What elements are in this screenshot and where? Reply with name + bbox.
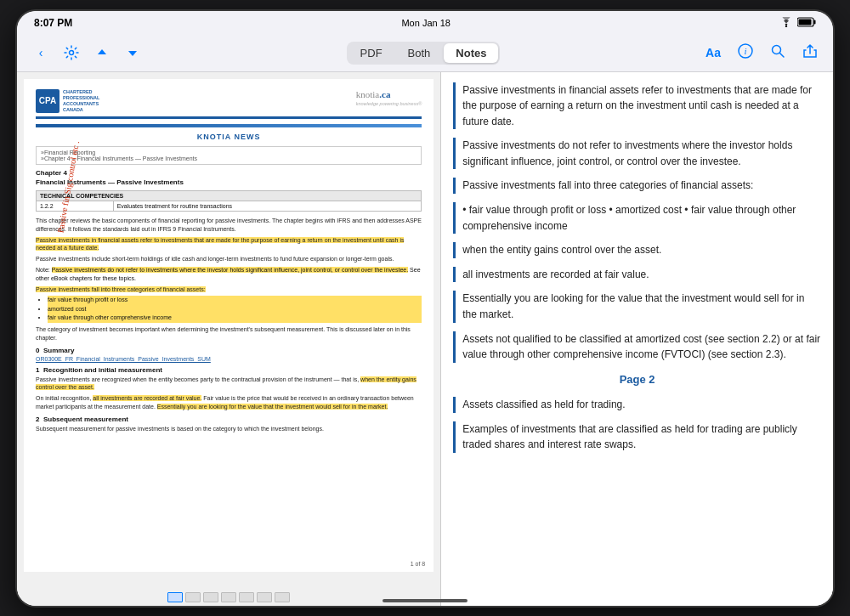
thumb-3[interactable] <box>203 592 218 602</box>
pdf-title: KNOTIA NEWS <box>36 133 422 141</box>
svg-point-4 <box>70 51 74 55</box>
svg-rect-3 <box>799 19 812 25</box>
bullet-1: fair value through profit or loss <box>48 296 422 305</box>
info-button[interactable]: i <box>734 40 756 65</box>
status-icons <box>779 17 816 29</box>
bullet-2: amortized cost <box>48 305 422 314</box>
thumb-7[interactable] <box>275 592 290 602</box>
note-entry-1: Passive investments do not refer to inve… <box>453 138 821 169</box>
pdf-bullets: fair value through profit or loss amorti… <box>48 296 422 323</box>
note-entry-p2-1: Examples of investments that are classif… <box>453 421 821 453</box>
recog-body-2: On initial recognition, all investments … <box>36 394 422 411</box>
toolbar-right: Aa i <box>702 40 821 65</box>
recog-body: Passive investments are recognized when … <box>36 376 422 393</box>
thumb-4[interactable] <box>221 592 236 602</box>
note-entry-3: • fair value through profit or loss • am… <box>453 202 821 234</box>
section-0-heading: 0 Summary <box>36 347 422 354</box>
content-area: Passive fin Sig control etc . CPA CHARTE… <box>17 72 833 606</box>
svg-line-8 <box>780 54 785 58</box>
note-entry-6: Essentially you are looking for the valu… <box>453 291 821 322</box>
font-button[interactable]: Aa <box>702 42 724 63</box>
bullet-3: fair value through other comprehensive i… <box>48 314 422 323</box>
status-day-date: Mon Jan 18 <box>401 18 450 28</box>
page-2-heading: Page 2 <box>453 371 821 388</box>
status-bar: 8:07 PM Mon Jan 18 <box>17 11 833 35</box>
section-2-heading: 2 Subsequent measurement <box>36 415 422 423</box>
note-entry-7: Assets not qualified to be classified at… <box>453 331 821 363</box>
back-button[interactable]: ‹ <box>29 41 53 65</box>
cpa-logo: CPA CHARTEREDPROFESSIONALACCOUNTANTSCANA… <box>36 89 99 114</box>
section-0-link[interactable]: OR0300E_FR_Financial_Instruments_Passive… <box>36 356 422 362</box>
subseq-body: Subsequent measurement for passive inves… <box>36 425 422 433</box>
pdf-header: CPA CHARTEREDPROFESSIONALACCOUNTANTSCANA… <box>36 89 422 120</box>
toolbar-center: PDF Both Notes <box>150 42 697 65</box>
note-entry-4: when the entity gains control over the a… <box>453 242 821 258</box>
note-entry-p2-0: Assets classified as held for trading. <box>453 397 821 413</box>
svg-point-0 <box>785 25 787 26</box>
settings-button[interactable] <box>60 41 83 65</box>
home-indicator <box>382 599 468 602</box>
breadcrumb-box: »Financial Reporting »Chapter 4 – Financ… <box>36 146 422 165</box>
thumb-1[interactable] <box>167 592 183 602</box>
pdf-panel: Passive fin Sig control etc . CPA CHARTE… <box>17 72 441 606</box>
pdf-note: Note: Passive investments do not refer t… <box>36 266 422 283</box>
notes-panel: Passive investments in financial assets … <box>441 72 833 606</box>
segment-both[interactable]: Both <box>396 43 443 63</box>
notes-content: Passive investments in financial assets … <box>441 72 833 472</box>
tech-row-text: Evaluates treatment for routine transact… <box>113 201 422 212</box>
nav-down-button[interactable] <box>121 41 144 65</box>
toolbar: ‹ PDF Both Notes Aa <box>17 35 833 72</box>
segment-control: PDF Both Notes <box>347 42 501 65</box>
breadcrumb-1: »Financial Reporting <box>41 150 416 155</box>
chapter-label: Chapter 4 <box>36 169 422 177</box>
svg-rect-2 <box>814 20 816 24</box>
wifi-icon <box>779 17 793 29</box>
pdf-body-3: The category of investment becomes impor… <box>36 325 422 342</box>
pdf-highlight-3: Passive investments fall into three cate… <box>36 285 422 294</box>
page-number: 1 of 8 <box>411 561 426 567</box>
knotia-logo: knotia.ca knowledge powering business® <box>356 89 422 107</box>
breadcrumb-2: »Chapter 4 – Financial Instruments — Pas… <box>41 155 416 161</box>
pdf-body-2: Passive investments include short-term h… <box>36 255 422 263</box>
svg-text:i: i <box>744 46 746 56</box>
thumbnail-strip <box>167 592 290 602</box>
status-time: 8:07 PM <box>34 17 72 29</box>
segment-pdf[interactable]: PDF <box>348 43 394 63</box>
thumb-2[interactable] <box>185 592 201 602</box>
nav-up-button[interactable] <box>90 41 114 65</box>
pdf-body-1: This chapter reviews the basic component… <box>36 217 422 234</box>
section-1-heading: 1 Recognition and initial measurement <box>36 366 422 374</box>
note-entry-2: Passive investments fall into three cate… <box>453 178 821 194</box>
tech-comp-table: TECHNICAL COMPETENCIES 1.2.2 Evaluates t… <box>36 190 422 212</box>
thumb-6[interactable] <box>257 592 272 602</box>
note-entry-0: Passive investments in financial assets … <box>453 82 821 130</box>
pdf-highlight-1: Passive investments in financial assets … <box>36 236 422 253</box>
battery-icon <box>797 17 816 29</box>
toolbar-left: ‹ <box>29 41 144 65</box>
note-entry-5: all investments are recorded at fair val… <box>453 267 821 283</box>
tech-comp-header: TECHNICAL COMPETENCIES <box>37 191 422 201</box>
segment-notes[interactable]: Notes <box>444 43 498 63</box>
tech-row-num: 1.2.2 <box>37 201 114 212</box>
blue-bar <box>36 124 422 127</box>
search-button[interactable] <box>767 40 789 65</box>
share-button[interactable] <box>799 40 821 65</box>
chapter-title: Financial Instruments — Passive Investme… <box>36 178 422 186</box>
pdf-page: Passive fin Sig control etc . CPA CHARTE… <box>24 79 434 572</box>
thumb-5[interactable] <box>239 592 254 602</box>
